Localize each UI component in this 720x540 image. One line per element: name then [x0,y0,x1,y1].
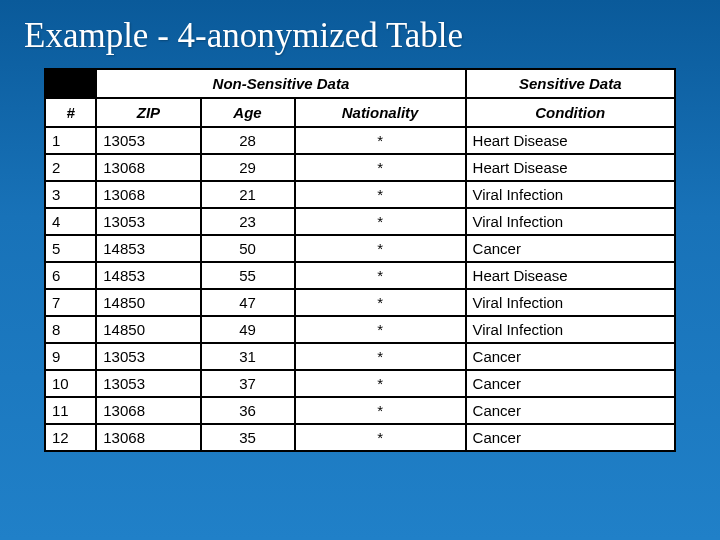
cell-index: 3 [45,181,96,208]
cell-condition: Heart Disease [466,262,675,289]
cell-nationality: * [295,127,466,154]
cell-condition: Viral Infection [466,181,675,208]
table-row: 11305328*Heart Disease [45,127,675,154]
cell-condition: Heart Disease [466,154,675,181]
cell-condition: Viral Infection [466,316,675,343]
cell-nationality: * [295,235,466,262]
table-container: Non-Sensitive Data Sensitive Data # ZIP … [44,68,676,452]
cell-age: 28 [201,127,295,154]
cell-condition: Viral Infection [466,208,675,235]
cell-age: 36 [201,397,295,424]
cell-age: 47 [201,289,295,316]
table-row: 21306829*Heart Disease [45,154,675,181]
page-title: Example - 4-anonymized Table [0,0,720,56]
cell-age: 23 [201,208,295,235]
cell-nationality: * [295,370,466,397]
cell-index: 9 [45,343,96,370]
cell-index: 4 [45,208,96,235]
cell-index: 6 [45,262,96,289]
col-header-zip: ZIP [96,98,200,127]
cell-zip: 13053 [96,127,200,154]
cell-condition: Cancer [466,370,675,397]
cell-zip: 13068 [96,397,200,424]
cell-age: 49 [201,316,295,343]
table-row: 111306836*Cancer [45,397,675,424]
table-row: 31306821*Viral Infection [45,181,675,208]
cell-nationality: * [295,424,466,451]
cell-nationality: * [295,154,466,181]
cell-nationality: * [295,316,466,343]
cell-zip: 13068 [96,181,200,208]
table-body: 11305328*Heart Disease21306829*Heart Dis… [45,127,675,451]
table-row: 81485049*Viral Infection [45,316,675,343]
cell-condition: Cancer [466,235,675,262]
cell-condition: Cancer [466,397,675,424]
col-header-nationality: Nationality [295,98,466,127]
cell-nationality: * [295,343,466,370]
table-row: 101305337*Cancer [45,370,675,397]
col-header-index: # [45,98,96,127]
table-row: 121306835*Cancer [45,424,675,451]
group-header-sensitive: Sensitive Data [466,69,675,98]
cell-age: 21 [201,181,295,208]
group-header-row: Non-Sensitive Data Sensitive Data [45,69,675,98]
cell-age: 37 [201,370,295,397]
cell-zip: 13053 [96,343,200,370]
cell-zip: 13053 [96,370,200,397]
cell-nationality: * [295,181,466,208]
cell-age: 55 [201,262,295,289]
cell-zip: 14853 [96,235,200,262]
cell-index: 1 [45,127,96,154]
table-row: 41305323*Viral Infection [45,208,675,235]
col-header-age: Age [201,98,295,127]
cell-age: 29 [201,154,295,181]
table-row: 91305331*Cancer [45,343,675,370]
cell-index: 5 [45,235,96,262]
cell-nationality: * [295,397,466,424]
cell-index: 10 [45,370,96,397]
cell-age: 35 [201,424,295,451]
cell-index: 8 [45,316,96,343]
cell-zip: 14850 [96,316,200,343]
cell-condition: Heart Disease [466,127,675,154]
cell-index: 11 [45,397,96,424]
cell-zip: 13068 [96,154,200,181]
cell-condition: Viral Infection [466,289,675,316]
cell-index: 12 [45,424,96,451]
group-header-nonsensitive: Non-Sensitive Data [96,69,465,98]
column-header-row: # ZIP Age Nationality Condition [45,98,675,127]
cell-zip: 14850 [96,289,200,316]
cell-zip: 13068 [96,424,200,451]
table-row: 61485355*Heart Disease [45,262,675,289]
col-header-condition: Condition [466,98,675,127]
slide: Example - 4-anonymized Table Non-Sensiti… [0,0,720,540]
cell-index: 7 [45,289,96,316]
cell-nationality: * [295,208,466,235]
anonymized-table: Non-Sensitive Data Sensitive Data # ZIP … [44,68,676,452]
cell-condition: Cancer [466,424,675,451]
cell-index: 2 [45,154,96,181]
blank-header-cell [45,69,96,98]
cell-nationality: * [295,262,466,289]
cell-condition: Cancer [466,343,675,370]
table-row: 51485350*Cancer [45,235,675,262]
cell-age: 31 [201,343,295,370]
cell-nationality: * [295,289,466,316]
cell-age: 50 [201,235,295,262]
cell-zip: 13053 [96,208,200,235]
table-row: 71485047*Viral Infection [45,289,675,316]
cell-zip: 14853 [96,262,200,289]
